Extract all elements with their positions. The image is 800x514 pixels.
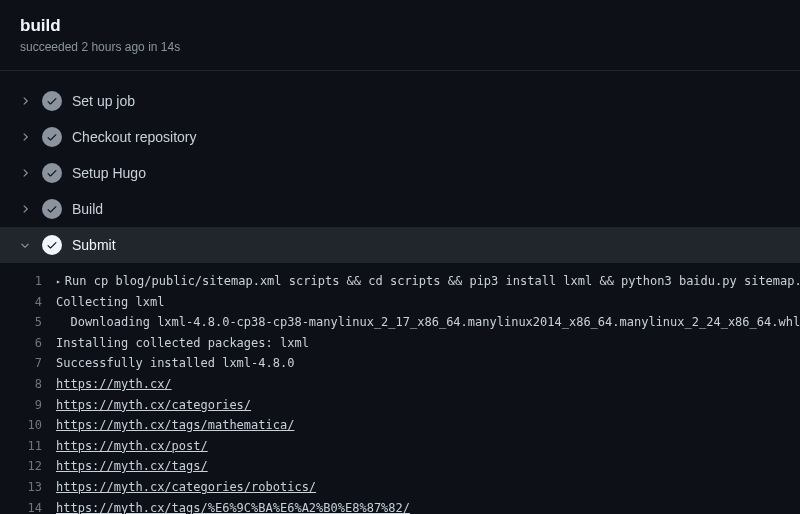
line-number: 14 [0, 499, 56, 514]
divider [0, 70, 800, 71]
step-name: Checkout repository [72, 129, 197, 145]
job-meta: succeeded 2 hours ago in 14s [20, 40, 780, 54]
steps-list: Set up jobCheckout repositorySetup HugoB… [0, 79, 800, 267]
log-line: 6Installing collected packages: lxml [0, 333, 800, 354]
line-content: Run cp blog/public/sitemap.xml scripts &… [56, 272, 800, 291]
step-name: Submit [72, 237, 116, 253]
line-number: 6 [0, 334, 56, 353]
log-link[interactable]: https://myth.cx/post/ [56, 439, 208, 453]
log-output: 1Run cp blog/public/sitemap.xml scripts … [0, 267, 800, 514]
line-number: 5 [0, 313, 56, 332]
line-content: https://myth.cx/ [56, 375, 172, 394]
line-number: 12 [0, 457, 56, 476]
chevron-down-icon [18, 238, 32, 252]
log-line: 7Successfully installed lxml-4.8.0 [0, 353, 800, 374]
step-name: Set up job [72, 93, 135, 109]
step-row[interactable]: Set up job [0, 83, 800, 119]
line-number: 13 [0, 478, 56, 497]
step-row[interactable]: Setup Hugo [0, 155, 800, 191]
job-title: build [20, 16, 780, 36]
log-line: 11https://myth.cx/post/ [0, 436, 800, 457]
check-icon [42, 127, 62, 147]
job-status: succeeded [20, 40, 78, 54]
log-line: 9https://myth.cx/categories/ [0, 395, 800, 416]
log-line: 14https://myth.cx/tags/%E6%9C%BA%E6%A2%B… [0, 498, 800, 514]
chevron-right-icon [18, 94, 32, 108]
check-icon [42, 91, 62, 111]
line-number: 10 [0, 416, 56, 435]
check-icon [42, 199, 62, 219]
log-line: 10https://myth.cx/tags/mathematica/ [0, 415, 800, 436]
job-time-ago: 2 hours ago [81, 40, 144, 54]
log-line: 13https://myth.cx/categories/robotics/ [0, 477, 800, 498]
step-name: Build [72, 201, 103, 217]
log-link[interactable]: https://myth.cx/tags/ [56, 459, 208, 473]
chevron-right-icon [18, 130, 32, 144]
log-line: 8https://myth.cx/ [0, 374, 800, 395]
log-line: 5 Downloading lxml-4.8.0-cp38-cp38-manyl… [0, 312, 800, 333]
step-row[interactable]: Checkout repository [0, 119, 800, 155]
line-content: Collecting lxml [56, 293, 164, 312]
log-line: 12https://myth.cx/tags/ [0, 456, 800, 477]
log-line: 1Run cp blog/public/sitemap.xml scripts … [0, 271, 800, 292]
log-link[interactable]: https://myth.cx/categories/robotics/ [56, 480, 316, 494]
line-content: Installing collected packages: lxml [56, 334, 309, 353]
line-number: 9 [0, 396, 56, 415]
line-number: 4 [0, 293, 56, 312]
line-number: 1 [0, 272, 56, 291]
job-duration: 14s [161, 40, 180, 54]
line-content: https://myth.cx/post/ [56, 437, 208, 456]
line-content: https://myth.cx/categories/ [56, 396, 251, 415]
log-line: 4Collecting lxml [0, 292, 800, 313]
job-header: build succeeded 2 hours ago in 14s [0, 0, 800, 66]
check-icon [42, 235, 62, 255]
check-icon [42, 163, 62, 183]
line-content: https://myth.cx/categories/robotics/ [56, 478, 316, 497]
log-link[interactable]: https://myth.cx/categories/ [56, 398, 251, 412]
line-content: https://myth.cx/tags/%E6%9C%BA%E6%A2%B0%… [56, 499, 410, 514]
line-number: 8 [0, 375, 56, 394]
line-content: Downloading lxml-4.8.0-cp38-cp38-manylin… [56, 313, 800, 332]
job-duration-prefix: in [148, 40, 157, 54]
log-link[interactable]: https://myth.cx/ [56, 377, 172, 391]
step-row[interactable]: Submit [0, 227, 800, 263]
step-row[interactable]: Build [0, 191, 800, 227]
line-number: 11 [0, 437, 56, 456]
step-name: Setup Hugo [72, 165, 146, 181]
chevron-right-icon [18, 166, 32, 180]
line-content: https://myth.cx/tags/ [56, 457, 208, 476]
line-content: Successfully installed lxml-4.8.0 [56, 354, 294, 373]
line-number: 7 [0, 354, 56, 373]
log-link[interactable]: https://myth.cx/tags/mathematica/ [56, 418, 294, 432]
chevron-right-icon [18, 202, 32, 216]
line-content: https://myth.cx/tags/mathematica/ [56, 416, 294, 435]
log-link[interactable]: https://myth.cx/tags/%E6%9C%BA%E6%A2%B0%… [56, 501, 410, 514]
